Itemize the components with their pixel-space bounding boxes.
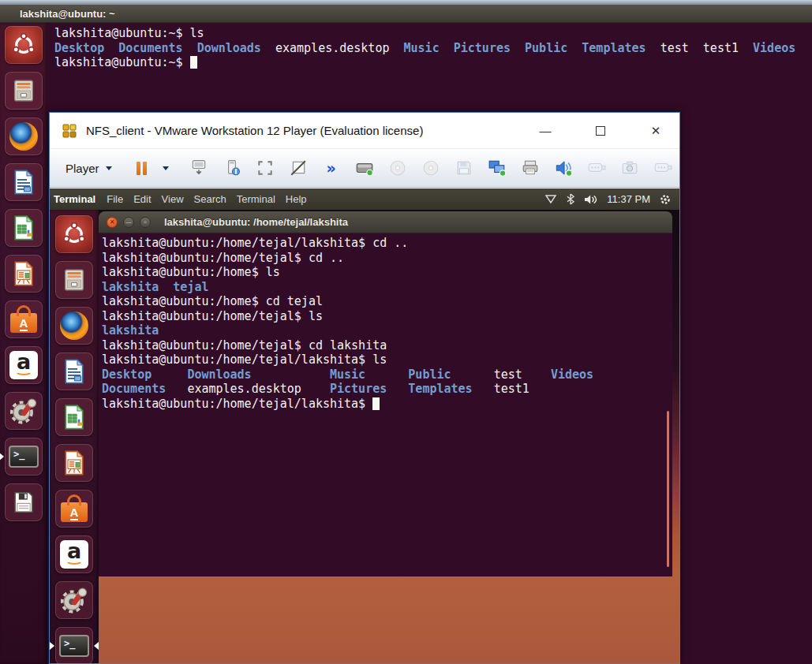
vm-clock[interactable]: 11:37 PM (607, 193, 650, 205)
vm-menu-view[interactable]: View (162, 193, 184, 205)
terminal-line: lakshita@ubuntu:/home/tejal$ ls (102, 309, 672, 324)
player-menu-button[interactable]: Player (61, 159, 117, 178)
vmware-toolbar: Player » (50, 149, 679, 188)
network-icon[interactable] (544, 194, 557, 204)
terminal-icon: >_ (59, 635, 89, 657)
launcher-item-libreoffice-calc[interactable] (55, 398, 93, 436)
bluetooth-icon[interactable] (566, 193, 575, 205)
launcher-item-files[interactable] (55, 261, 93, 299)
cd-device-1[interactable] (388, 157, 407, 179)
vm-indicator-tray: 11:37 PM (544, 188, 672, 210)
vm-menu-help[interactable]: Help (286, 193, 307, 205)
terminal-cursor (372, 397, 380, 410)
software-icon: A (61, 495, 88, 522)
parallel-port-device[interactable] (653, 157, 672, 179)
calc-icon (62, 405, 86, 430)
vm-terminal-titlebar[interactable]: lakshita@ubuntu: /home/tejal/lakshita (99, 211, 672, 233)
vmware-logo-icon (61, 122, 78, 140)
vm-menubar: Terminal FileEditViewSearchTerminalHelp … (50, 188, 679, 210)
vm-guest-screen: Terminal FileEditViewSearchTerminalHelp … (50, 188, 679, 663)
vm-terminal-window: lakshita@ubuntu: /home/tejal/lakshita la… (99, 211, 672, 576)
launcher-item-firefox[interactable] (55, 307, 93, 345)
launcher-item-dash-home[interactable] (5, 26, 43, 64)
vm-menu-file[interactable]: File (107, 193, 123, 205)
running-indicator-arrow (0, 453, 4, 461)
impress-icon (62, 450, 86, 476)
launcher-item-ubuntu-software[interactable]: A (55, 490, 93, 528)
vm-menu-search[interactable]: Search (194, 193, 226, 205)
host-terminal-title: lakshita@ubuntu: ~ (20, 8, 115, 20)
vm-menu-terminal[interactable]: Terminal (237, 193, 275, 205)
vm-launcher: Aa>_ (50, 210, 99, 663)
vm-terminal-scrollbar[interactable] (667, 411, 669, 567)
session-gear-icon[interactable] (659, 193, 672, 206)
vmware-titlebar[interactable]: NFS_client - VMware Workstation 12 Playe… (50, 113, 679, 149)
launcher-item-libreoffice-impress[interactable] (5, 255, 43, 293)
serial-port-device[interactable] (587, 157, 606, 179)
firefox-icon (9, 122, 38, 151)
vm-settings-button[interactable] (223, 157, 241, 179)
network-adapter-device[interactable] (488, 157, 507, 179)
vm-app-menu-title[interactable]: Terminal (54, 193, 95, 205)
terminal-line: Desktop Documents Downloads examples.des… (54, 41, 812, 56)
more-tools-button[interactable]: » (322, 157, 341, 179)
vm-menu-edit[interactable]: Edit (133, 193, 151, 205)
terminal-line: lakshita@ubuntu:~$ ls (54, 26, 812, 41)
send-ctrl-alt-del-button[interactable] (189, 157, 208, 179)
launcher-item-ubuntu-software[interactable]: A (5, 300, 43, 338)
sound-device[interactable] (554, 157, 573, 179)
close-button[interactable] (645, 124, 667, 138)
floppy-device[interactable] (455, 157, 473, 179)
launcher-item-libreoffice-writer[interactable] (55, 353, 93, 390)
host-terminal-titlebar[interactable]: lakshita@ubuntu: ~ (0, 5, 812, 23)
vm-terminal-close-button[interactable] (107, 217, 118, 228)
vm-terminal-title: lakshita@ubuntu: /home/tejal/lakshita (164, 216, 348, 228)
volume-icon[interactable] (584, 194, 598, 205)
launcher-item-backup-disk[interactable] (5, 483, 43, 521)
launcher-item-libreoffice-impress[interactable] (55, 444, 93, 482)
launcher-item-files[interactable] (5, 72, 43, 110)
terminal-line: lakshita@ubuntu:/home/tejal$ cd lakshita (102, 338, 672, 353)
maximize-button[interactable] (589, 126, 612, 136)
impress-icon (12, 261, 36, 286)
unity-mode-button[interactable] (289, 157, 308, 179)
ubuntu-logo-icon (62, 222, 86, 246)
ubuntu-logo-icon (12, 33, 36, 57)
launcher-item-libreoffice-calc[interactable] (5, 209, 43, 247)
terminal-line: lakshita@ubuntu:/home/tejal$ cd .. (102, 251, 672, 266)
floppy-icon (12, 491, 36, 514)
launcher-item-dash-home[interactable] (55, 215, 93, 253)
launcher-item-firefox[interactable] (5, 118, 43, 155)
snapshot-device[interactable] (620, 157, 639, 179)
vmware-window: NFS_client - VMware Workstation 12 Playe… (49, 112, 680, 664)
vm-terminal-maximize-button[interactable] (140, 217, 151, 228)
minimize-button[interactable] (534, 124, 556, 137)
launcher-item-terminal[interactable]: >_ (55, 627, 93, 663)
terminal-line: lakshita tejal (102, 280, 672, 295)
file-cabinet-icon (61, 267, 88, 293)
cd-device-2[interactable] (421, 157, 440, 179)
file-cabinet-icon (10, 77, 37, 104)
launcher-item-libreoffice-writer[interactable] (5, 163, 43, 201)
launcher-item-amazon[interactable]: a (55, 535, 93, 573)
printer-device[interactable] (521, 157, 540, 179)
launcher-item-terminal[interactable]: >_ (5, 438, 43, 476)
terminal-line: lakshita@ubuntu:/home/tejal/lakshita$ (102, 397, 672, 412)
launcher-item-system-settings[interactable] (5, 392, 43, 430)
terminal-line: lakshita (102, 323, 672, 338)
chevron-down-icon (106, 166, 112, 170)
launcher-item-system-settings[interactable] (55, 581, 93, 619)
player-menu-label: Player (65, 162, 99, 175)
terminal-line: lakshita@ubuntu:/home/tejal/lakshita$ ls (102, 353, 672, 367)
amazon-icon: a (9, 351, 38, 379)
vm-terminal-minimize-button[interactable] (123, 217, 134, 228)
terminal-cursor (190, 56, 197, 69)
terminal-line: Documents examples.desktop Pictures Temp… (102, 382, 672, 397)
suspend-menu-caret[interactable] (156, 157, 175, 179)
fullscreen-button[interactable] (256, 157, 275, 179)
suspend-button[interactable] (133, 157, 152, 179)
hard-disk-device[interactable] (355, 157, 374, 179)
vmware-window-controls (534, 113, 667, 148)
vm-terminal-body[interactable]: lakshita@ubuntu:/home/tejal/lakshita$ cd… (99, 233, 672, 576)
launcher-item-amazon[interactable]: a (5, 346, 43, 384)
